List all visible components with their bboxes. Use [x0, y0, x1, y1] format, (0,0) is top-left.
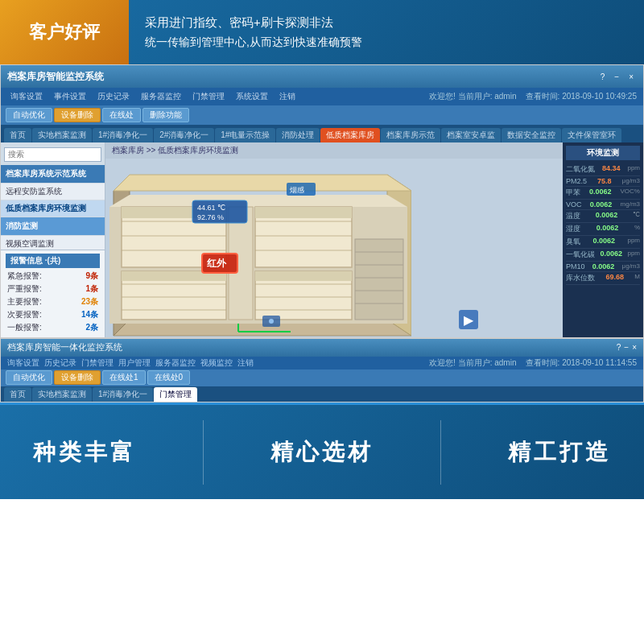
menu-btn-delete[interactable]: 删除功能 — [142, 108, 189, 122]
tree-item-4[interactable]: 视频空调监测 — [1, 236, 105, 250]
svg-text:烟感: 烟感 — [290, 186, 304, 194]
alert-count-0: 9条 — [85, 270, 98, 282]
second-tab-door[interactable]: 门禁管理 — [154, 387, 197, 402]
alert-title: 报警信息 ·(共) — [6, 254, 100, 268]
minimize-button[interactable]: − — [611, 72, 622, 81]
main-nav-1: 首页 实地档案监测 1#消毒净化一 2#消毒净化一 1#电量示范操 消防处理 低… — [1, 125, 643, 142]
nav-tab-datasec[interactable]: 数据安全监控 — [502, 128, 561, 142]
nav-tab-android[interactable]: 档案室安卓监 — [441, 128, 501, 142]
nav2-item-2[interactable]: 门禁管理 — [81, 357, 114, 369]
titlebar-2: 档案库房智能一体化监控系统 ? − × — [1, 339, 643, 357]
bottom-text-0: 种类丰富 — [33, 437, 136, 468]
close-button[interactable]: × — [625, 72, 637, 81]
topbar-info-1: 欢迎您! 当前用户: admin 查看时间: 2018-09-10 10:49:… — [429, 91, 637, 102]
alert-row-1: 严重报警: 1条 — [6, 283, 100, 295]
nav-tab-realsite[interactable]: 实地档案监测 — [32, 128, 92, 142]
window-title-2: 档案库房智能一体化监控系统 — [7, 341, 122, 353]
nav-tab-archive[interactable]: 档案库房示范 — [381, 128, 440, 142]
nav-item-settings[interactable]: 系统设置 — [233, 91, 271, 102]
second-nav-tabs: 首页 实地档案监测 1#消毒净化一 门禁管理 — [1, 386, 643, 402]
search-input[interactable] — [4, 147, 101, 162]
main-view-1: 档案库房 >> 低质档案库房环境监测 — [105, 142, 563, 337]
alert-row-2: 主要报警: 23条 — [6, 295, 100, 308]
tree-item-3[interactable]: 消防监测 — [1, 217, 105, 236]
min-btn-2[interactable]: − — [624, 343, 629, 352]
svg-rect-27 — [355, 239, 403, 320]
nav-tab-filemgmt[interactable]: 文件保管室环 — [562, 128, 621, 142]
tree-item-0[interactable]: 档案库房系统示范系统 — [1, 165, 105, 184]
alert-label-3: 次要报警: — [7, 309, 42, 320]
env-row-6: 臭氧 0.0062 ppm — [566, 236, 640, 249]
menubar-2: 自动优化 设备删除 在线处1 在线处0 — [1, 369, 643, 386]
env-row-7: 一氧化碳 0.0062 ppm — [566, 249, 640, 262]
menu2-btn-device[interactable]: 设备删除 — [54, 370, 101, 385]
svg-text:44.61 ℃: 44.61 ℃ — [197, 204, 225, 212]
top-banner: 客户好评 采用进门指纹、密码+刷卡探测非法 统一传输到管理中心,从而达到快速准确… — [0, 0, 644, 64]
bottom-item-0: 种类丰富 — [33, 437, 136, 468]
sidebar-search — [1, 142, 105, 165]
svg-text:红外: 红外 — [206, 258, 227, 269]
menubar-1: 自动优化 设备删除 在线处 删除功能 — [1, 105, 643, 125]
nav-item-event[interactable]: 事件设置 — [51, 91, 89, 102]
nav-tab-fire[interactable]: 消防处理 — [276, 128, 320, 142]
menu-btn-auto[interactable]: 自动优化 — [6, 108, 52, 122]
env-row-4: 温度 0.0062 ℃ — [566, 210, 640, 223]
svg-text:92.76 %: 92.76 % — [197, 213, 224, 221]
tree-item-2[interactable]: 低质档案库房环境监测 — [1, 200, 105, 217]
nav-item-door[interactable]: 门禁管理 — [189, 91, 228, 102]
alert-label-2: 主要报警: — [7, 296, 42, 308]
svg-marker-3 — [114, 175, 411, 191]
menu-btn-device[interactable]: 设备删除 — [54, 108, 101, 122]
svg-marker-4 — [109, 195, 407, 207]
bottom-divider-2 — [440, 420, 441, 485]
floor-plan-svg: 44.61 ℃ 92.76 % 烟感 红外 — [105, 159, 411, 337]
menu-btn-online[interactable]: 在线处 — [102, 108, 141, 122]
nav-item-logout[interactable]: 注销 — [276, 91, 299, 102]
env-row-9: 库水位数 69.68 M — [566, 272, 640, 285]
nav2-item-1[interactable]: 历史记录 — [44, 357, 76, 369]
alert-row-3: 次要报警: 14条 — [6, 308, 100, 321]
menu2-btn-online0[interactable]: 在线处0 — [147, 370, 191, 385]
nav2-item-3[interactable]: 用户管理 — [118, 357, 151, 369]
help-button[interactable]: ? — [597, 72, 609, 81]
env-row-2: 甲苯 0.0062 VOC% — [566, 187, 640, 200]
svg-point-43 — [269, 319, 274, 324]
sidebar-tree: 档案库房系统示范系统 远程安防监系统 低质档案库房环境监测 消防监测 视频空调监… — [1, 165, 105, 250]
topbar-nav-1: 询客设置 事件设置 历史记录 服务器监控 门禁管理 系统设置 注销 — [7, 91, 299, 102]
second-tab-home[interactable]: 首页 — [4, 387, 31, 402]
tree-item-1[interactable]: 远程安防监系统 — [1, 184, 105, 200]
floor-plan-area: 44.61 ℃ 92.76 % 烟感 红外 ▶ — [105, 159, 563, 337]
bottom-item-1: 精心选材 — [270, 437, 374, 468]
top-banner-left-badge: 客户好评 — [0, 0, 129, 64]
nav2-item-0[interactable]: 询客设置 — [7, 357, 39, 369]
nav2-item-6[interactable]: 注销 — [237, 357, 254, 369]
alert-label-0: 紧急报警: — [7, 270, 42, 282]
nav-tab-home[interactable]: 首页 — [4, 128, 31, 142]
alert-label-1: 严重报警: — [7, 283, 42, 295]
alert-count-4: 2条 — [85, 322, 98, 333]
nav-arrow[interactable]: ▶ — [459, 310, 478, 329]
nav2-item-4[interactable]: 服务器监控 — [155, 357, 196, 369]
nav-tab-power[interactable]: 1#电量示范操 — [215, 128, 275, 142]
second-tab-disinfect[interactable]: 1#消毒净化一 — [93, 387, 153, 402]
screenshot-block-2: 档案库房智能一体化监控系统 ? − × 询客设置 历史记录 门禁管理 用户管理 … — [0, 338, 644, 402]
menu2-btn-online1[interactable]: 在线处1 — [102, 370, 146, 385]
nav-tab-disinfect2[interactable]: 2#消毒净化一 — [154, 128, 214, 142]
window-controls-1: ? − × — [597, 72, 637, 81]
svg-rect-18 — [255, 207, 352, 218]
nav-tab-lowqual[interactable]: 低质档案库房 — [320, 128, 380, 142]
env-row-1: PM2.5 75.8 μg/m3 — [566, 176, 640, 187]
help-btn-2[interactable]: ? — [617, 343, 621, 352]
menu2-btn-auto[interactable]: 自动优化 — [6, 370, 52, 385]
nav-item-config[interactable]: 询客设置 — [7, 91, 46, 102]
close-btn-2[interactable]: × — [632, 343, 637, 352]
alert-count-3: 14条 — [81, 309, 98, 320]
nav2-item-5[interactable]: 视频监控 — [200, 357, 233, 369]
nav-tab-disinfect1[interactable]: 1#消毒净化一 — [93, 128, 153, 142]
nav-item-server[interactable]: 服务器监控 — [138, 91, 184, 102]
time-info-1: 查看时间: 2018-09-10 10:49:25 — [526, 92, 637, 101]
bottom-banner: 种类丰富 精心选材 精工打造 — [0, 402, 644, 499]
system-window-1: 档案库房智能监控系统 ? − × 询客设置 事件设置 历史记录 服务器监控 门禁… — [1, 65, 643, 337]
nav-item-history[interactable]: 历史记录 — [94, 91, 133, 102]
second-tab-realsite[interactable]: 实地档案监测 — [32, 387, 92, 402]
